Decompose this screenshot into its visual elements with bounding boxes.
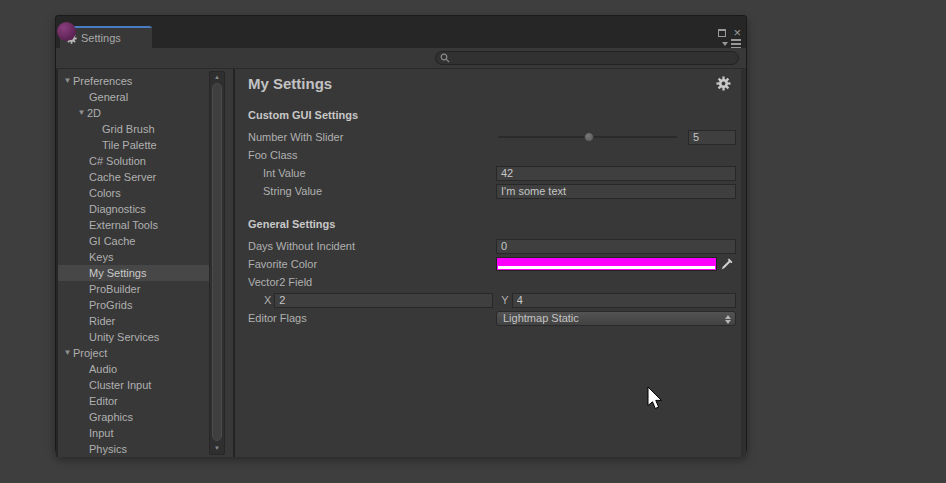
number-slider[interactable] <box>496 128 679 146</box>
sidebar-item-label: Tile Palette <box>102 137 157 153</box>
sidebar-item-audio[interactable]: Audio <box>58 361 211 377</box>
sidebar-item-cache-server[interactable]: Cache Server <box>58 169 211 185</box>
search-input[interactable] <box>453 52 734 64</box>
sidebar-item-progrids[interactable]: ProGrids <box>58 297 211 313</box>
sidebar-item-label: Keys <box>89 249 113 265</box>
tab-bar: Settings × <box>56 26 746 48</box>
sidebar-item-label: Cache Server <box>89 169 156 185</box>
sidebar-item-gi-cache[interactable]: GI Cache <box>58 233 211 249</box>
search-icon <box>440 53 450 63</box>
sidebar-item-label: C# Solution <box>89 153 146 169</box>
expander-icon[interactable]: ▼ <box>76 105 87 121</box>
sidebar-item-label: Graphics <box>89 409 133 425</box>
sidebar-item-label: Editor <box>89 393 118 409</box>
settings-tree: ▼Preferences General ▼2D Grid Brush Tile… <box>58 69 233 457</box>
sidebar-item-diagnostics[interactable]: Diagnostics <box>58 201 211 217</box>
sidebar-item-rider[interactable]: Rider <box>58 313 211 329</box>
sidebar-item-label: Diagnostics <box>89 201 146 217</box>
eyedropper-icon[interactable] <box>720 257 735 271</box>
row-int-value: Int Value <box>248 164 736 182</box>
color-swatch[interactable] <box>496 257 717 271</box>
sidebar-item-colors[interactable]: Colors <box>58 185 211 201</box>
section-heading-general: General Settings <box>248 215 736 233</box>
sidebar-item-tile-palette[interactable]: Tile Palette <box>58 137 211 153</box>
sidebar-item-grid-brush[interactable]: Grid Brush <box>58 121 211 137</box>
sidebar-item-graphics[interactable]: Graphics <box>58 409 211 425</box>
sidebar-item-label: Rider <box>89 313 115 329</box>
sidebar-item-keys[interactable]: Keys <box>58 249 211 265</box>
int-value-field[interactable] <box>496 166 736 181</box>
slider-value-field[interactable] <box>688 130 736 145</box>
x-axis-label: X <box>264 294 271 306</box>
menu-triangle-icon <box>722 42 728 46</box>
sidebar-item-label: Grid Brush <box>102 121 155 137</box>
sidebar-item-my-settings[interactable]: My Settings <box>58 265 211 281</box>
dropdown-arrows-icon <box>725 315 731 324</box>
days-without-incident-field[interactable] <box>496 239 736 254</box>
field-label: Int Value <box>248 167 496 179</box>
sidebar-item-editor[interactable]: Editor <box>58 393 211 409</box>
expander-icon[interactable]: ▼ <box>62 345 73 361</box>
settings-window: Settings × ▼Preferences General ▼2D <box>55 15 747 456</box>
row-favorite-color: Favorite Color <box>248 255 736 273</box>
tab-label: Settings <box>81 32 121 44</box>
sidebar-item-2d[interactable]: ▼2D <box>58 105 211 121</box>
gear-icon[interactable] <box>716 76 732 92</box>
row-number-with-slider: Number With Slider <box>248 128 736 146</box>
scroll-down-icon[interactable]: ▼ <box>210 443 224 454</box>
vector2-x-field[interactable] <box>274 293 493 308</box>
row-foo-class: Foo Class <box>248 146 736 164</box>
alpha-bar <box>498 266 715 269</box>
section-heading-custom-gui: Custom GUI Settings <box>248 106 736 124</box>
field-label: Editor Flags <box>248 312 496 324</box>
row-vector2-field: Vector2 Field <box>248 273 736 291</box>
field-label: String Value <box>248 185 496 197</box>
sidebar-item-external-tools[interactable]: External Tools <box>58 217 211 233</box>
sidebar-item-label: Physics <box>89 441 127 457</box>
field-label: Vector2 Field <box>248 276 496 288</box>
window-titlebar[interactable] <box>56 16 746 26</box>
scroll-up-icon[interactable]: ▲ <box>210 72 224 83</box>
string-value-field[interactable] <box>496 184 736 199</box>
sidebar-item-label: Colors <box>89 185 121 201</box>
sidebar-item-csharp-solution[interactable]: C# Solution <box>58 153 211 169</box>
slider-knob[interactable] <box>584 132 594 142</box>
sidebar-item-preferences[interactable]: ▼Preferences <box>58 73 211 89</box>
settings-content-pane: My Settings Custom GUI Settings Number W… <box>235 69 741 457</box>
sidebar-item-input[interactable]: Input <box>58 425 211 441</box>
toolbar <box>56 48 746 69</box>
sidebar-item-label: External Tools <box>89 217 158 233</box>
field-label: Days Without Incident <box>248 240 496 252</box>
sidebar-item-label: My Settings <box>89 265 146 281</box>
expander-icon[interactable]: ▼ <box>62 73 73 89</box>
sidebar-item-general[interactable]: General <box>58 89 211 105</box>
field-label: Favorite Color <box>248 258 496 270</box>
dropdown-selected-value: Lightmap Static <box>503 312 579 324</box>
field-label: Foo Class <box>248 149 496 161</box>
sidebar-item-label: Cluster Input <box>89 377 151 393</box>
sidebar-item-label: General <box>89 89 128 105</box>
purple-orb-icon <box>57 22 76 41</box>
search-box[interactable] <box>435 51 739 65</box>
sidebar-item-label: Audio <box>89 361 117 377</box>
editor-flags-dropdown[interactable]: Lightmap Static <box>496 311 736 326</box>
sidebar-item-physics[interactable]: Physics <box>58 441 211 457</box>
scrollbar-thumb[interactable] <box>212 83 222 441</box>
row-days-without-incident: Days Without Incident <box>248 237 736 255</box>
sidebar-item-label: 2D <box>87 105 101 121</box>
sidebar-item-label: Preferences <box>73 73 132 89</box>
row-vector2-xy: X Y <box>248 291 736 309</box>
field-label: Number With Slider <box>248 131 496 143</box>
sidebar-item-project[interactable]: ▼Project <box>58 345 211 361</box>
sidebar-item-label: Unity Services <box>89 329 159 345</box>
sidebar-item-probuilder[interactable]: ProBuilder <box>58 281 211 297</box>
sidebar-item-label: ProGrids <box>89 297 132 313</box>
close-icon[interactable]: × <box>733 28 741 38</box>
sidebar-scrollbar[interactable]: ▲ ▼ <box>209 71 225 455</box>
sidebar-item-unity-services[interactable]: Unity Services <box>58 329 211 345</box>
sidebar-item-cluster-input[interactable]: Cluster Input <box>58 377 211 393</box>
vector2-y-field[interactable] <box>512 293 736 308</box>
row-editor-flags: Editor Flags Lightmap Static <box>248 309 736 327</box>
maximize-icon[interactable] <box>718 29 726 37</box>
sidebar-item-label: Project <box>73 345 107 361</box>
